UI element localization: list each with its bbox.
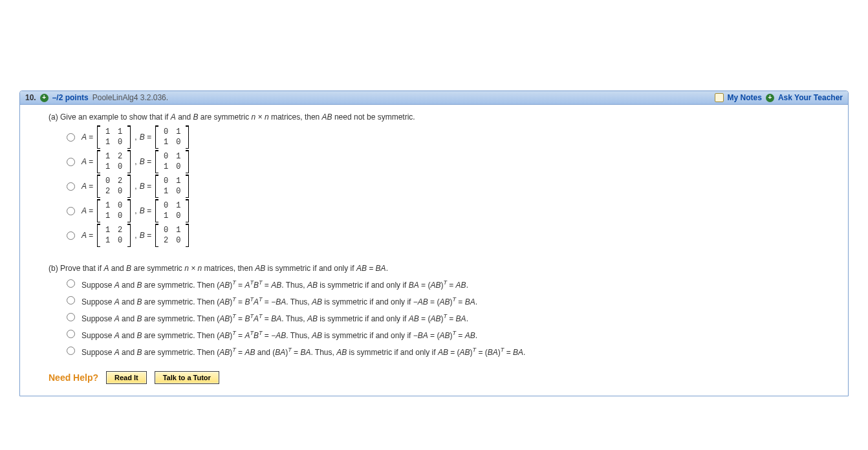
radio-input[interactable] xyxy=(67,279,75,288)
ask-teacher-link[interactable]: Ask Your Teacher xyxy=(778,93,843,102)
question-header: 10. + –/2 points PooleLinAlg4 3.2.036. M… xyxy=(20,91,848,105)
my-notes-link[interactable]: My Notes xyxy=(728,93,762,102)
talk-tutor-button[interactable]: Talk to a Tutor xyxy=(155,371,219,384)
ask-plus-icon[interactable]: + xyxy=(766,94,774,102)
A-equals: A = xyxy=(81,206,93,215)
part-b-label: (b) xyxy=(49,264,58,273)
text: Prove that if xyxy=(60,264,103,273)
need-help-row: Need Help? Read It Talk to a Tutor xyxy=(49,371,830,384)
part-a-option: A = 1210, B = 0120 xyxy=(67,224,830,247)
radio-input[interactable] xyxy=(67,231,75,240)
part-a-options: A = 1110, B = 0110A = 1210, B = 0110A = … xyxy=(67,125,830,247)
part-a-label: (a) xyxy=(49,112,58,122)
matrix-expression: A = 1010, B = 0110 xyxy=(81,199,190,222)
part-b-option: Suppose A and B are symmetric. Then (AB)… xyxy=(67,313,830,323)
A-equals: A = xyxy=(81,231,93,240)
text: matrices, then xyxy=(202,264,255,273)
comma: , xyxy=(135,206,136,215)
proof-text: Suppose A and B are symmetric. Then (AB)… xyxy=(81,279,468,290)
matrix-expression: A = 0220, B = 0110 xyxy=(81,175,190,198)
B-equals: B = xyxy=(140,231,151,240)
A-equals: A = xyxy=(81,182,93,191)
notes-icon[interactable] xyxy=(715,93,724,102)
B-equals: B = xyxy=(140,133,151,142)
radio-input[interactable] xyxy=(67,158,75,166)
part-a-option: A = 0220, B = 0110 xyxy=(67,175,830,198)
radio-input[interactable] xyxy=(67,296,75,305)
var-AB: AB xyxy=(322,112,332,122)
question-content: (a) Give an example to show that if A an… xyxy=(20,105,848,396)
text: and xyxy=(109,264,126,273)
matrix-expression: A = 1210, B = 0110 xyxy=(81,150,190,173)
part-b-option: Suppose A and B are symmetric. Then (AB)… xyxy=(67,330,830,340)
var-B: B xyxy=(193,112,199,122)
text: Give an example to show that if xyxy=(60,112,171,122)
radio-input[interactable] xyxy=(67,347,75,355)
text: matrices, then xyxy=(269,112,322,122)
text: . xyxy=(386,264,388,273)
part-b-option: Suppose A and B are symmetric. Then (AB)… xyxy=(67,347,830,357)
proof-text: Suppose A and B are symmetric. Then (AB)… xyxy=(81,330,477,340)
comma: , xyxy=(135,231,136,240)
question-container: 10. + –/2 points PooleLinAlg4 3.2.036. M… xyxy=(19,91,849,396)
A-equals: A = xyxy=(81,133,93,142)
radio-input[interactable] xyxy=(67,182,75,191)
text: need not be symmetric. xyxy=(332,112,415,122)
comma: , xyxy=(135,157,136,166)
var-A: A xyxy=(171,112,176,122)
B-equals: B = xyxy=(140,157,151,166)
ab-ba: AB = BA xyxy=(356,264,386,273)
read-it-button[interactable]: Read It xyxy=(106,371,147,384)
A-equals: A = xyxy=(81,157,93,166)
nxn: n × n xyxy=(252,112,269,122)
points-label: –/2 points xyxy=(52,93,89,102)
part-b-option: Suppose A and B are symmetric. Then (AB)… xyxy=(67,279,830,290)
text: are symmetric xyxy=(199,112,252,122)
matrix-expression: A = 1210, B = 0120 xyxy=(81,224,190,247)
nxn: n × n xyxy=(184,264,202,273)
header-left: 10. + –/2 points PooleLinAlg4 3.2.036. xyxy=(25,93,715,102)
B-equals: B = xyxy=(140,206,151,215)
question-number: 10. xyxy=(25,93,36,102)
comma: , xyxy=(135,182,136,191)
part-a-option: A = 1110, B = 0110 xyxy=(67,125,830,149)
text: is symmetric if and only if xyxy=(265,264,356,273)
source-label: PooleLinAlg4 3.2.036. xyxy=(92,93,168,102)
var-AB: AB xyxy=(255,264,265,273)
part-a-prompt: (a) Give an example to show that if A an… xyxy=(49,112,830,122)
comma: , xyxy=(135,133,136,142)
part-b-options: Suppose A and B are symmetric. Then (AB)… xyxy=(67,279,830,357)
radio-input[interactable] xyxy=(67,133,75,142)
proof-text: Suppose A and B are symmetric. Then (AB)… xyxy=(81,313,468,323)
radio-input[interactable] xyxy=(67,207,75,215)
proof-text: Suppose A and B are symmetric. Then (AB)… xyxy=(81,347,525,357)
matrix-expression: A = 1110, B = 0110 xyxy=(81,125,190,149)
header-right: My Notes + Ask Your Teacher xyxy=(715,93,843,102)
expand-icon[interactable]: + xyxy=(40,94,49,102)
B-equals: B = xyxy=(140,182,151,191)
text: are symmetric xyxy=(131,264,184,273)
proof-text: Suppose A and B are symmetric. Then (AB)… xyxy=(81,296,477,306)
var-B: B xyxy=(126,264,131,273)
part-b-option: Suppose A and B are symmetric. Then (AB)… xyxy=(67,296,830,306)
radio-input[interactable] xyxy=(67,330,75,338)
radio-input[interactable] xyxy=(67,313,75,321)
need-help-label: Need Help? xyxy=(49,372,98,383)
text: and xyxy=(176,112,193,122)
part-a-option: A = 1010, B = 0110 xyxy=(67,199,830,222)
part-a-option: A = 1210, B = 0110 xyxy=(67,150,830,173)
part-b-prompt: (b) Prove that if A and B are symmetric … xyxy=(49,264,830,273)
